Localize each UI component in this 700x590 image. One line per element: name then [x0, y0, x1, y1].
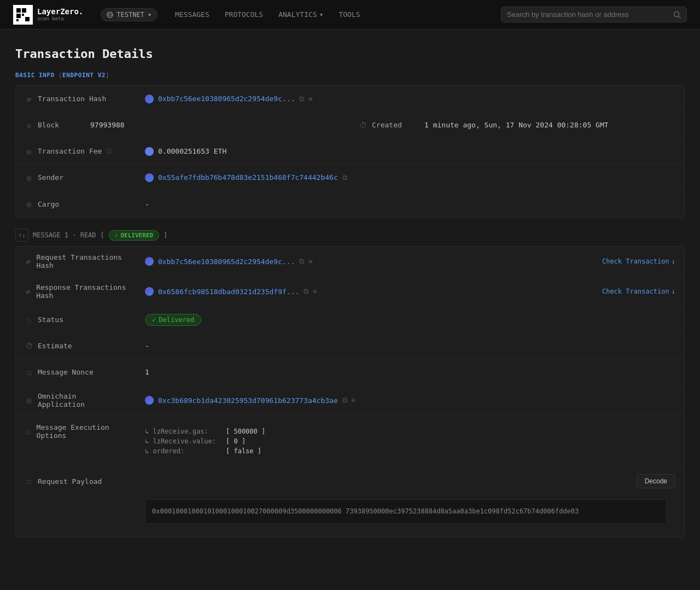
copy-oa-button[interactable]: ⧉ — [342, 396, 347, 405]
created-cell: ⏱ Created 1 minute ago, Sun, 17 Nov 2024… — [350, 114, 684, 136]
payload-content-area: 0x00010001000101000100010027000009d35000… — [16, 495, 684, 537]
response-hash-row: ⇄ Response Transactions Hash 0x6586fcb98… — [16, 277, 684, 307]
message-table: ⇄ Request Transactions Hash 0xbb7c56ee10… — [15, 246, 685, 538]
check-status-icon: ✓ — [152, 316, 156, 324]
sender-value: 0x55afe7fdbb76b478d83e2151b468f7c74442b4… — [136, 167, 684, 189]
svg-rect-3 — [16, 14, 21, 18]
status-row: ◌ Status ✓ Delivered — [16, 307, 684, 333]
response-hash-label: ⇄ Response Transactions Hash — [16, 277, 136, 306]
main-content: Transaction Details BASIC INFO [ENDPOINT… — [0, 30, 700, 566]
block-value: 97993988 — [90, 121, 125, 129]
req-external-link-icon[interactable]: ⊕ — [308, 258, 312, 265]
svg-rect-1 — [16, 8, 21, 13]
svg-rect-6 — [16, 19, 19, 21]
status-badge: ✓ Delivered — [145, 314, 201, 326]
logo: LayerZero. scan beta — [13, 5, 83, 25]
check-req-transaction-button[interactable]: Check Transaction ↓ — [602, 258, 675, 265]
oa-addr-icon — [145, 396, 154, 405]
nav-tools[interactable]: TOOLS — [339, 10, 360, 19]
exec-option-1: ↳ lzReceive.value: [ 0 ] — [145, 437, 265, 445]
network-label: TESTNET — [116, 11, 144, 19]
fee-tooltip-icon: ⓘ — [106, 147, 112, 155]
message-header: ↑↓ MESSAGE 1 · READ [ ✓ DELIVERED ] — [15, 229, 685, 242]
exec-options-value: ↳ lzReceive.gas: [ 500000 ] ↳ lzReceive.… — [136, 416, 684, 467]
response-hash-icon: ⇄ — [25, 287, 32, 296]
payload-icon: ☐ — [25, 477, 33, 486]
request-hash-row: ⇄ Request Transactions Hash 0xbb7c56ee10… — [16, 247, 684, 277]
nonce-row: ☐ Message Nonce 1 — [16, 359, 684, 385]
fee-value: 0.0000251653 ETH — [136, 141, 684, 162]
created-value: 1 minute ago, Sun, 17 Nov 2024 00:28:05 … — [424, 121, 609, 129]
response-hash-value: 0x6586fcb98518dbad0321d235df9f... ⧉ ⊕ Ch… — [136, 281, 684, 302]
estimate-row: ⏱ Estimate - — [16, 333, 684, 359]
network-selector[interactable]: TESTNET ▾ — [101, 8, 158, 21]
oa-icon: ◎ — [25, 396, 33, 405]
fee-label: ◎ Transaction Fee ⓘ — [16, 141, 136, 162]
eth-icon — [145, 147, 154, 156]
oa-external-link-icon[interactable]: ⊕ — [352, 396, 355, 404]
exec-option-2: ↳ ordered: [ false ] — [145, 447, 265, 455]
block-icon: ◇ — [25, 121, 33, 130]
logo-text: LayerZero. scan beta — [37, 8, 83, 21]
decode-button[interactable]: Decode — [637, 474, 675, 488]
page-title: Transaction Details — [15, 47, 685, 61]
svg-rect-2 — [22, 8, 26, 13]
estimate-label: ⏱ Estimate — [16, 335, 136, 357]
estimate-value: - — [136, 335, 684, 357]
status-label: ◌ Status — [16, 309, 136, 331]
download-icon-2: ↓ — [672, 288, 675, 295]
message-icon: ↑↓ — [15, 229, 28, 242]
payload-value-area: Decode — [136, 468, 684, 495]
cargo-row: ◎ Cargo - — [16, 191, 684, 217]
svg-line-9 — [679, 16, 681, 18]
svg-rect-4 — [22, 14, 24, 16]
nav-messages[interactable]: MESSAGES — [175, 10, 209, 19]
clock-icon: ⏱ — [359, 121, 368, 130]
payload-row: ☐ Request Payload Decode 0x0001000100010… — [16, 468, 684, 537]
exec-options-label: ☐ Message Execution Options — [16, 416, 136, 446]
search-bar — [501, 7, 687, 22]
section-label: BASIC INFO [ENDPOINT V2] — [15, 72, 685, 79]
nonce-label: ☐ Message Nonce — [16, 361, 136, 383]
resp-external-link-icon[interactable]: ⊕ — [313, 288, 317, 295]
copy-sender-button[interactable]: ⧉ — [342, 173, 347, 182]
sender-label: ◎ Sender — [16, 167, 136, 189]
payload-row-top: ☐ Request Payload Decode — [16, 468, 684, 495]
navbar: LayerZero. scan beta TESTNET ▾ MESSAGES … — [0, 0, 700, 30]
status-value: ✓ Delivered — [136, 307, 684, 332]
copy-hash-button[interactable]: ⧉ — [299, 95, 304, 103]
nav-links: MESSAGES PROTOCOLS ANALYTICS ▾ TOOLS — [175, 10, 483, 19]
network-icon — [107, 11, 113, 18]
delivered-badge: ✓ DELIVERED — [109, 230, 159, 241]
cargo-icon: ◎ — [25, 200, 33, 208]
payload-box: 0x00010001000101000100010027000009d35000… — [145, 499, 667, 524]
copy-req-hash-button[interactable]: ⧉ — [299, 257, 304, 266]
exec-option-0: ↳ lzReceive.gas: [ 500000 ] — [145, 428, 265, 435]
search-icon — [673, 11, 681, 19]
addr-icon — [145, 95, 154, 103]
resp-addr-icon — [145, 287, 154, 296]
svg-rect-5 — [25, 17, 30, 21]
search-input[interactable] — [507, 10, 669, 19]
oa-label: ◎ Omnichain Application — [16, 385, 136, 415]
nav-analytics[interactable]: ANALYTICS ▾ — [278, 10, 323, 19]
check-resp-transaction-button[interactable]: Check Transaction ↓ — [602, 288, 675, 295]
req-addr-icon — [145, 257, 154, 266]
external-link-icon[interactable]: ⊕ — [308, 95, 312, 103]
payload-label: ☐ Request Payload — [16, 470, 136, 492]
chevron-down-icon: ▾ — [319, 10, 324, 19]
oa-value: 0xc3b689cb1da423025953d70961b623773a4cb3… — [136, 389, 684, 411]
block-created-row: ◇ Block 97993988 ⏱ Created 1 minute ago,… — [16, 112, 684, 138]
oa-row: ◎ Omnichain Application 0xc3b689cb1da423… — [16, 385, 684, 416]
request-hash-icon: ⇄ — [25, 257, 32, 266]
transaction-hash-label: ⇄ Transaction Hash — [16, 88, 136, 110]
basic-info-table: ⇄ Transaction Hash 0xbb7c56ee10380965d2c… — [15, 85, 685, 218]
nonce-value: 1 — [136, 361, 684, 383]
transaction-hash-value: 0xbb7c56ee10380965d2c2954de9c... ⧉ ⊕ — [136, 88, 684, 110]
copy-resp-hash-button[interactable]: ⧉ — [304, 287, 308, 296]
status-icon: ◌ — [25, 316, 33, 324]
nav-protocols[interactable]: PROTOCOLS — [225, 10, 263, 19]
fee-icon: ◎ — [25, 147, 33, 156]
estimate-icon: ⏱ — [25, 342, 33, 351]
cargo-label: ◎ Cargo — [16, 193, 136, 215]
